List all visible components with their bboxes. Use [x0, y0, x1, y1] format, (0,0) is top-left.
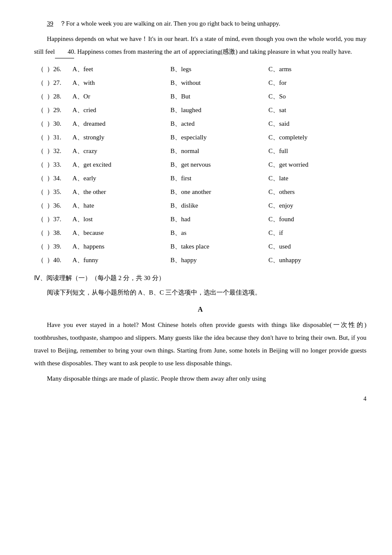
q-number: ）30.: [47, 117, 72, 130]
q-number: ）39.: [47, 240, 72, 253]
table-row: （ ）37. A、lost B、had C、found: [34, 213, 366, 225]
q-number: ）38.: [47, 226, 72, 239]
q-number: ）36.: [47, 199, 72, 212]
table-row: （ ）27. A、with B、without C、for: [34, 76, 366, 89]
q-option-a: A、lost: [72, 213, 170, 225]
q-option-c: C、completely: [268, 131, 366, 144]
q-option-c: C、late: [268, 172, 366, 185]
table-row: （ ）34. A、early B、first C、late: [34, 172, 366, 185]
q-option-b: B、get nervous: [170, 158, 268, 171]
q-option-b: B、especially: [170, 131, 268, 144]
q-number: ）37.: [47, 213, 72, 225]
q-paren-open: （: [34, 76, 47, 89]
q-option-a: A、Or: [72, 90, 170, 103]
section4-instruction: 阅读下列短文，从每小题所给的 A、B、C 三个选项中，选出一个最佳选项。: [34, 286, 366, 299]
q-option-a: A、with: [72, 76, 170, 89]
q-option-c: C、So: [268, 90, 366, 103]
q-paren-open: （: [34, 185, 47, 198]
intro-paragraph: 39 ？For a whole week you are walking on …: [34, 17, 366, 30]
q-number: ）40.: [47, 254, 72, 266]
q-paren-open: （: [34, 254, 47, 266]
table-row: （ ）38. A、because B、as C、if: [34, 226, 366, 239]
q-paren-open: （: [34, 117, 47, 130]
table-row: （ ）40. A、funny B、happy C、unhappy: [34, 254, 366, 266]
q-paren-open: （: [34, 172, 47, 185]
q-option-a: A、feet: [72, 63, 170, 75]
blank-40: 40: [55, 45, 74, 58]
table-row: （ ）35. A、the other B、one another C、other…: [34, 185, 366, 198]
q-option-a: A、because: [72, 226, 170, 239]
table-row: （ ）31. A、strongly B、especially C、complet…: [34, 131, 366, 144]
q-option-c: C、get worried: [268, 158, 366, 171]
q-paren-open: （: [34, 199, 47, 212]
q-option-b: B、But: [170, 90, 268, 103]
q-number: ）34.: [47, 172, 72, 185]
q-option-a: A、strongly: [72, 131, 170, 144]
table-row: （ ）39. A、happens B、takes place C、used: [34, 240, 366, 253]
q-option-b: B、one another: [170, 185, 268, 198]
q-option-a: A、hate: [72, 199, 170, 212]
table-row: （ ）29. A、cried B、laughed C、sat: [34, 104, 366, 116]
q-paren-open: （: [34, 213, 47, 225]
q-number: ）33.: [47, 158, 72, 171]
q-option-b: B、had: [170, 213, 268, 225]
q-number: ）28.: [47, 90, 72, 103]
section4-header: Ⅳ、阅读理解（一）（每小题 2 分，共 30 分）: [34, 272, 366, 284]
q-paren-open: （: [34, 226, 47, 239]
q-option-c: C、arms: [268, 63, 366, 75]
q-option-a: A、get excited: [72, 158, 170, 171]
q-option-a: A、the other: [72, 185, 170, 198]
q-option-c: C、full: [268, 145, 366, 157]
table-row: （ ）30. A、dreamed B、acted C、said: [34, 117, 366, 130]
q-option-b: B、acted: [170, 117, 268, 130]
q-option-b: B、laughed: [170, 104, 268, 116]
q-option-c: C、others: [268, 185, 366, 198]
q-option-b: B、first: [170, 172, 268, 185]
q-number: ）26.: [47, 63, 72, 75]
table-row: （ ）32. A、crazy B、normal C、full: [34, 145, 366, 157]
q-option-c: C、enjoy: [268, 199, 366, 212]
q-paren-open: （: [34, 90, 47, 103]
q-option-c: C、found: [268, 213, 366, 225]
q-number: ）27.: [47, 76, 72, 89]
table-row: （ ）26. A、feet B、legs C、arms: [34, 63, 366, 75]
q-number: ）31.: [47, 131, 72, 144]
q-option-b: B、happy: [170, 254, 268, 266]
questions-section: （ ）26. A、feet B、legs C、arms （ ）27. A、wit…: [34, 63, 366, 266]
q-option-a: A、happens: [72, 240, 170, 253]
q-paren-open: （: [34, 240, 47, 253]
q-option-c: C、for: [268, 76, 366, 89]
q-option-a: A、dreamed: [72, 117, 170, 130]
q-option-b: B、dislike: [170, 199, 268, 212]
q-option-a: A、cried: [72, 104, 170, 116]
q-option-c: C、if: [268, 226, 366, 239]
q-option-b: B、legs: [170, 63, 268, 75]
q-paren-open: （: [34, 158, 47, 171]
table-row: （ ）36. A、hate B、dislike C、enjoy: [34, 199, 366, 212]
q-option-b: B、normal: [170, 145, 268, 157]
reading-paragraph-2: Many disposable things are made of plast…: [34, 372, 366, 385]
q-option-a: A、early: [72, 172, 170, 185]
q-paren-open: （: [34, 104, 47, 116]
q-option-b: B、as: [170, 226, 268, 239]
q-number: ）35.: [47, 185, 72, 198]
page-content: 39 ？For a whole week you are walking on …: [34, 17, 366, 405]
q-option-a: A、crazy: [72, 145, 170, 157]
table-row: （ ）33. A、get excited B、get nervous C、get…: [34, 158, 366, 171]
q-paren-open: （: [34, 131, 47, 144]
page-number: 4: [34, 393, 366, 405]
q-option-c: C、said: [268, 117, 366, 130]
q-option-c: C、unhappy: [268, 254, 366, 266]
q-paren-open: （: [34, 63, 47, 75]
blank-39-label: 39: [47, 20, 53, 27]
q-option-b: B、takes place: [170, 240, 268, 253]
table-row: （ ）28. A、Or B、But C、So: [34, 90, 366, 103]
q-option-c: C、used: [268, 240, 366, 253]
q-option-a: A、funny: [72, 254, 170, 266]
reading-a-title: A: [34, 303, 366, 316]
q-option-c: C、sat: [268, 104, 366, 116]
reading-paragraph-1: Have you ever stayed in a hotel? Most Ch…: [34, 318, 366, 370]
q-paren-open: （: [34, 145, 47, 157]
q-number: ）32.: [47, 145, 72, 157]
happiness-paragraph: Happiness depends on what we have！It's i…: [34, 32, 366, 58]
